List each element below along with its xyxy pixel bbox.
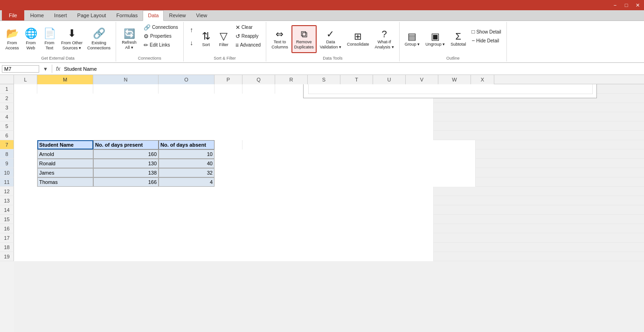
cell-empty[interactable] — [14, 112, 434, 122]
cell-Q1[interactable] — [242, 84, 275, 94]
tab-insert[interactable]: Insert — [49, 10, 72, 20]
row-17[interactable]: 17 — [0, 233, 14, 243]
refresh-all-button[interactable]: 🔄 RefreshAll ▾ — [119, 25, 139, 53]
properties-button[interactable]: ⚙ Properties — [141, 32, 180, 41]
row-14[interactable]: 14 — [0, 205, 14, 215]
cell-O8[interactable]: 10 — [159, 149, 215, 159]
cell-L7[interactable] — [14, 140, 37, 149]
ungroup-button[interactable]: ▣ Ungroup ▾ — [423, 25, 447, 53]
col-P[interactable]: P — [215, 75, 242, 84]
cell-empty[interactable] — [14, 215, 434, 224]
cell-L11[interactable] — [14, 177, 37, 187]
row-2[interactable]: 2 — [0, 94, 14, 103]
col-X[interactable]: X — [471, 75, 494, 84]
formula-expand-btn[interactable]: ▼ — [41, 66, 50, 72]
edit-links-button[interactable]: ✏ Edit Links — [141, 41, 180, 49]
row-4[interactable]: 4 — [0, 112, 14, 122]
cell-L9[interactable] — [14, 159, 37, 168]
close-btn[interactable]: ✕ — [634, 2, 641, 8]
from-text-button[interactable]: 📄 FromText — [40, 25, 59, 53]
sort-button[interactable]: ⇅ Sort — [198, 25, 215, 53]
cell-N10[interactable]: 138 — [93, 168, 159, 177]
cell-empty[interactable] — [14, 205, 434, 215]
from-other-sources-button[interactable]: ⬇ From OtherSources ▾ — [59, 25, 85, 53]
existing-connections-button[interactable]: 🔗 ExistingConnections — [85, 25, 113, 53]
cell-empty[interactable] — [14, 243, 434, 252]
cell-empty[interactable] — [14, 122, 434, 131]
cell-O11[interactable]: 4 — [159, 177, 215, 187]
reapply-button[interactable]: ↺ Reapply — [233, 32, 263, 41]
cell-empty[interactable] — [14, 252, 434, 261]
tab-page-layout[interactable]: Page Layout — [72, 10, 111, 20]
group-button[interactable]: ▤ Group ▾ — [402, 25, 422, 53]
col-R[interactable]: R — [275, 75, 308, 84]
col-V[interactable]: V — [406, 75, 438, 84]
cell-O10[interactable]: 32 — [159, 168, 215, 177]
cell-M7-header[interactable]: Student Name — [37, 140, 93, 149]
row-10[interactable]: 10 — [0, 168, 14, 177]
col-T[interactable]: T — [340, 75, 373, 84]
subtotal-button[interactable]: Σ Subtotal — [448, 25, 468, 53]
row-16[interactable]: 16 — [0, 224, 14, 233]
row-9[interactable]: 9 — [0, 159, 14, 168]
cell-M10[interactable]: James — [37, 168, 93, 177]
tab-review[interactable]: Review — [164, 10, 191, 20]
cell-N9[interactable]: 130 — [93, 159, 159, 168]
corner-cell[interactable] — [0, 75, 14, 84]
cell-N8[interactable]: 160 — [93, 149, 159, 159]
from-access-button[interactable]: 📂 FromAccess — [3, 25, 21, 53]
col-S[interactable]: S — [308, 75, 340, 84]
cell-rest11[interactable] — [215, 177, 476, 187]
what-if-button[interactable]: ? What-IfAnalysis ▾ — [373, 25, 396, 53]
minimize-btn[interactable]: − — [611, 2, 619, 8]
cell-O9[interactable]: 40 — [159, 159, 215, 168]
row-7[interactable]: 7 — [0, 140, 14, 149]
cell-empty[interactable] — [14, 224, 434, 233]
cell-N11[interactable]: 166 — [93, 177, 159, 187]
show-detail-button[interactable]: □ Show Detail — [469, 27, 504, 36]
tab-formulas[interactable]: Formulas — [111, 10, 143, 20]
maximize-btn[interactable]: □ — [623, 2, 630, 8]
row-8[interactable]: 8 — [0, 149, 14, 159]
cell-rest10[interactable] — [215, 168, 476, 177]
col-Q[interactable]: Q — [242, 75, 275, 84]
cell-empty[interactable] — [14, 131, 434, 140]
row-5[interactable]: 5 — [0, 122, 14, 131]
col-O[interactable]: O — [159, 75, 215, 84]
row-6[interactable]: 6 — [0, 131, 14, 140]
data-validation-button[interactable]: ✓ DataValidation ▾ — [318, 25, 344, 53]
cell-M1[interactable] — [37, 84, 93, 94]
tab-file[interactable]: File — [2, 10, 24, 20]
cell-L8[interactable] — [14, 149, 37, 159]
cell-empty[interactable] — [14, 233, 434, 243]
cell-rest7[interactable] — [242, 140, 476, 149]
cell-empty[interactable] — [14, 103, 434, 112]
cell-O7-header[interactable]: No. of days absent — [159, 140, 215, 149]
cell-M8[interactable]: Arnold — [37, 149, 93, 159]
filter-button[interactable]: ▽ Filter — [215, 25, 232, 53]
sort-desc-button[interactable]: ↓ — [187, 37, 197, 49]
tab-home[interactable]: Home — [25, 10, 49, 20]
row-19[interactable]: 19 — [0, 252, 14, 261]
advanced-button[interactable]: ≡ Advanced — [233, 41, 263, 49]
remove-duplicates-button[interactable]: ⧉ RemoveDuplicates — [291, 25, 317, 53]
row-13[interactable]: 13 — [0, 196, 14, 205]
clear-button[interactable]: ✕ Clear — [233, 23, 263, 32]
col-L[interactable]: L — [14, 75, 37, 84]
tab-view[interactable]: View — [191, 10, 213, 20]
formula-input[interactable] — [62, 66, 642, 72]
row-18[interactable]: 18 — [0, 243, 14, 252]
cell-rest9[interactable] — [215, 159, 476, 168]
cell-empty[interactable] — [14, 196, 434, 205]
cell-N1[interactable] — [93, 84, 159, 94]
consolidate-button[interactable]: ⊞ Consolidate — [345, 25, 372, 53]
cell-L10[interactable] — [14, 168, 37, 177]
chart-container[interactable]: 180 160 140 120 100 80 60 40 20 0 — [303, 84, 597, 98]
row-15[interactable]: 15 — [0, 215, 14, 224]
col-N[interactable]: N — [93, 75, 159, 84]
text-to-columns-button[interactable]: ⇔ Text toColumns — [269, 25, 291, 53]
row-11[interactable]: 11 — [0, 177, 14, 187]
cell-M11[interactable]: Thomas — [37, 177, 93, 187]
cell-rest8[interactable] — [215, 149, 476, 159]
col-M[interactable]: M — [37, 75, 93, 84]
